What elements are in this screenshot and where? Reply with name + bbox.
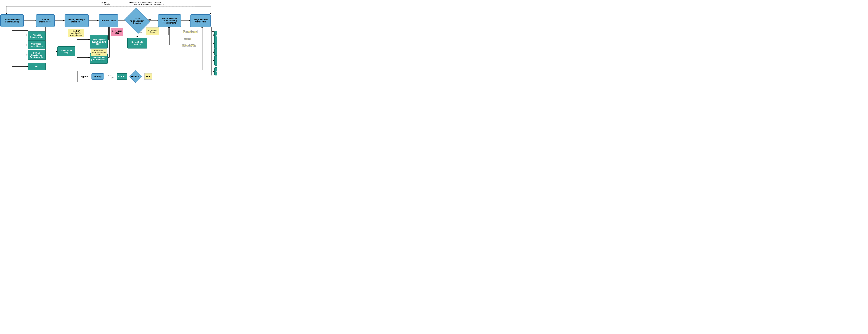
svg-marker-52	[169, 27, 170, 28]
svg-marker-24	[27, 34, 28, 36]
legend-arrow-section: ← input → output	[107, 74, 114, 79]
legend-decision-section: Decision	[130, 73, 142, 80]
legend-note-box: Note	[145, 73, 152, 80]
svg-marker-55	[201, 27, 203, 28]
legend-title: Legend:	[80, 75, 89, 78]
svg-marker-49	[168, 27, 169, 28]
svg-marker-39	[88, 57, 90, 58]
legend-output-row: → output	[107, 77, 114, 79]
use-cases-artifact: Use Cases / User Stories	[28, 40, 46, 49]
diagram-container: Yes No Iterate Optional: Postpone for ne…	[0, 0, 217, 84]
svg-marker-70	[213, 71, 214, 73]
design-architecture-activity: Design Software Architecture	[190, 15, 211, 27]
domain-storytelling-artifact: Domain Storytelling, Event Storming	[28, 50, 46, 60]
svg-marker-9	[63, 20, 65, 21]
svg-marker-30	[27, 66, 28, 67]
do-not-build-artifact: Do not build system	[127, 38, 147, 49]
other-nfrs-note: Other NFRs	[182, 44, 196, 47]
legend-output-arrow: →	[107, 77, 108, 79]
context-map-artifact: Context Map	[214, 49, 217, 56]
tactical-domain-artifact: Tactical/Design Domain Models	[214, 56, 217, 65]
legend-artifact-box: Artifact	[117, 73, 127, 80]
iterate-text-label: Iterate	[100, 1, 106, 4]
legend-output-label: output	[109, 77, 114, 79]
legend-input-row: ← input	[107, 74, 114, 76]
acquire-domain-activity: Acquire Domain Understanding	[0, 15, 24, 27]
positive-negative-note: Positive and negative impacts of System	[91, 49, 107, 56]
identify-values-activity: Identify Values per Stakeholder	[65, 15, 89, 27]
svg-marker-28	[27, 54, 28, 56]
svg-marker-64	[213, 43, 214, 44]
analysis-domain-artifact: Analysis Domain Model	[28, 31, 46, 40]
svg-marker-4	[210, 13, 212, 15]
arch-doc-artifact: Architecture Documentation (such as arc4…	[214, 39, 217, 49]
prioritize-values-activity: Prioritize Values	[99, 15, 118, 27]
legend-box: Legend: Activity ← input → output Artifa…	[77, 71, 154, 82]
legend-activity-section: Activity	[91, 73, 104, 80]
derive-requirements-activity: Derive New and Adjust Existing Requireme…	[158, 15, 181, 27]
etc-artifact: etc.	[28, 63, 46, 70]
value-register-artifact: Value Register (IEEE Standard 7000)	[90, 35, 107, 49]
svg-marker-37	[88, 39, 90, 40]
legend-decision-text: Decision	[131, 75, 140, 78]
legend-activity-box: Activity	[91, 73, 104, 80]
svg-marker-68	[213, 59, 214, 61]
optional-postpone-text: Optional: Postpone for next iteration	[129, 1, 161, 4]
svg-marker-19	[136, 36, 138, 38]
svg-marker-58	[202, 27, 204, 28]
svg-marker-66	[213, 51, 214, 53]
svg-marker-26	[27, 44, 28, 46]
per-bounded-context-note: per Bounded Context	[146, 27, 159, 35]
svg-marker-17	[189, 20, 190, 21]
stakeholder-map-artifact: Stakeholder Map	[57, 46, 75, 56]
svg-marker-3	[6, 13, 7, 15]
decision-diamond-text: Make"Digitalization"Decision	[130, 17, 145, 24]
make-decision-diamond: Make"Digitalization"Decision	[127, 12, 147, 29]
svg-marker-34	[56, 51, 57, 52]
svg-marker-7	[35, 20, 36, 21]
ethical-note: Ethical	[184, 38, 191, 40]
svg-marker-62	[213, 34, 214, 36]
ese-practices-note: Use ESE practices for value elicitation	[68, 29, 84, 37]
functional-note: Functional	[183, 30, 197, 33]
legend-input-label: input	[110, 74, 114, 76]
svg-marker-15	[157, 20, 158, 21]
most-critical-note: Most critical step	[111, 28, 123, 36]
svg-rect-72	[132, 6, 195, 7]
identify-stakeholders-activity: Identify Stakeholders	[36, 15, 55, 27]
legend-input-arrow: ←	[107, 74, 109, 76]
working-software-artifact: Working Software	[214, 67, 217, 76]
svg-marker-11	[97, 20, 99, 21]
